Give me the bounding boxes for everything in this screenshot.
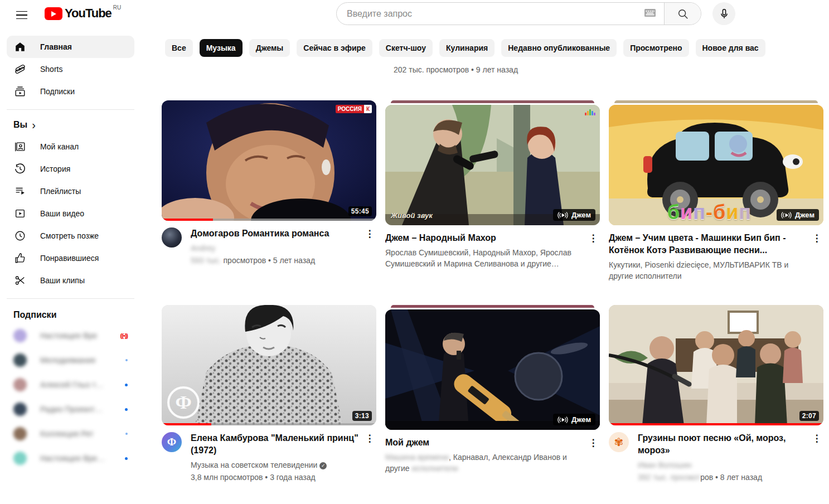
watch-progress-track [162,423,376,425]
kebab-menu-icon[interactable]: ⋮ [810,432,823,445]
channel-name: Коллекция Рет [40,429,106,438]
video-card: Живой звук Джем Джем – Народный Махор Яр… [385,100,600,282]
sidebar-item-shorts[interactable]: Shorts [7,58,134,80]
video-title[interactable]: Елена Камбурова "Маленький принц" (1972) [191,432,361,457]
watch-progress [609,423,823,425]
kebab-menu-icon[interactable]: ⋮ [586,437,600,450]
sidebar-item-label: Смотреть позже [40,231,99,240]
video-meta: 3,8 млн просмотров • 3 года назад [191,472,361,483]
subscription-channel[interactable]: Коллекция Рет [7,421,134,446]
filter-chip-bar: Все Музыка Джемы Сейчас в эфире Скетч-шо… [165,39,829,57]
sidebar-item-playlists[interactable]: Плейлисты [7,180,134,202]
video-title[interactable]: Домогаров Романтика романса [191,227,361,240]
chip-watched[interactable]: Просмотрено [623,39,689,57]
thumbs-up-icon [13,251,27,265]
chip-jams[interactable]: Джемы [249,39,290,57]
watch-progress [162,219,213,221]
chip-sketch[interactable]: Скетч-шоу [379,39,433,57]
sidebar: Главная Shorts Подписки Вы › Мой канал И… [0,31,141,504]
video-title[interactable]: Джем – Народный Махор [385,232,584,244]
verified-badge-icon [319,462,327,469]
sidebar-item-liked-videos[interactable]: Понравившиеся [7,247,134,269]
sidebar-item-label: Плейлисты [40,187,81,196]
sidebar-item-my-channel[interactable]: Мой канал [7,135,134,158]
channel-name[interactable]: Andrey [191,244,215,253]
duration-badge: 55:45 [348,206,372,216]
video-card: 2:07 ✾ Грузины поют песню «Ой, мороз, мо… [609,305,823,483]
watch-progress-track [162,219,376,221]
youtube-logo[interactable]: YouTube RU [45,6,121,21]
chip-live[interactable]: Сейчас в эфире [297,39,372,57]
sidebar-item-watch-later[interactable]: Смотреть позже [7,225,134,247]
subscription-channel[interactable]: Мелодиямания [7,348,134,372]
channel-logo-icon [585,109,595,115]
sidebar-item-subscriptions[interactable]: Подписки [7,80,134,103]
hamburger-menu-icon[interactable] [13,7,30,23]
subscription-channel[interactable]: Алексей Глыз т… [7,372,134,397]
home-icon [13,40,27,54]
subscription-channel[interactable]: Настоящее Вре… [7,446,134,471]
search-button[interactable] [664,3,701,25]
kebab-menu-icon[interactable]: ⋮ [810,232,823,245]
masthead: YouTube RU [0,0,829,31]
kebab-menu-icon[interactable]: ⋮ [363,227,376,241]
video-title[interactable]: Мой джем [385,437,584,449]
notification-dot [125,433,128,435]
live-icon: ((•)) [120,332,128,339]
you-label: Вы [13,120,27,130]
video-thumbnail[interactable]: Живой звук Джем [385,105,600,225]
video-thumbnail[interactable]: 2:07 [609,305,823,425]
channel-avatar [13,452,27,465]
watch-later-icon [13,229,27,243]
thumbnail-art [385,309,600,430]
voice-search-button[interactable] [712,2,735,25]
channel-avatar[interactable]: Ф [162,432,182,452]
kebab-menu-icon[interactable]: ⋮ [586,232,600,245]
channel-name[interactable]: Музыка на советском телевидении [191,461,317,469]
chip-cooking[interactable]: Кулинария [439,39,495,57]
keyboard-icon[interactable] [644,8,656,20]
channel-avatar[interactable] [162,227,182,248]
channel-avatar[interactable]: ✾ [609,432,629,452]
sidebar-item-your-clips[interactable]: Ваши клипы [7,269,134,292]
mix-badge: Джем [553,414,595,425]
youtube-play-icon [45,7,62,20]
broadcaster-logo: РОССИЯК [336,105,372,113]
duration-badge: 2:07 [799,411,819,421]
search-input[interactable] [347,9,639,19]
sidebar-item-your-videos[interactable]: Ваши видео [7,202,134,225]
chip-new-to-you[interactable]: Новое для вас [696,39,765,57]
tv-logo-watermark: Ф [167,386,200,419]
video-meta: 392 тыс. просмотров • 8 лет назад [638,472,808,483]
subscriptions-header: Подписки [7,306,134,323]
video-thumbnail[interactable]: РОССИЯК 55:45 [162,100,376,221]
playlists-icon [13,185,27,198]
channel-name: Настоящее Вре… [40,454,106,463]
video-thumbnail[interactable]: бип-бип Джем [609,105,823,225]
thumbnail-art [609,305,823,425]
video-title[interactable]: Грузины поют песню «Ой, мороз, мороз» [638,432,808,457]
video-thumbnail[interactable]: Ф 3:13 [162,305,376,425]
mix-play-icon [557,211,568,219]
sidebar-divider [7,109,134,110]
channel-name: Алексей Глыз т… [40,380,106,389]
video-title[interactable]: Джем – Учим цвета - Машинки Бип бип - Ко… [609,232,808,256]
chip-music[interactable]: Музыка [200,39,243,57]
sidebar-you-section[interactable]: Вы › [7,117,134,135]
chevron-right-icon: › [32,121,36,129]
sidebar-item-label: Понравившиеся [40,254,99,263]
channel-name[interactable]: Иван Волошин [638,461,691,469]
kebab-menu-icon[interactable]: ⋮ [363,432,376,445]
chip-all[interactable]: Все [165,39,193,57]
thumbnail-art [385,105,600,225]
subscription-channel[interactable]: Радио Проекнт… [7,397,134,421]
sidebar-item-home[interactable]: Главная [7,36,134,58]
chip-recently-uploaded[interactable]: Недавно опубликованные [501,39,617,57]
video-thumbnail[interactable]: Джем [385,309,600,430]
channel-name: Настоящее Вре [40,331,106,340]
duration-badge: 3:13 [352,411,372,421]
mix-stack-edge [391,100,594,103]
sidebar-item-history[interactable]: История [7,158,134,180]
subscription-channel[interactable]: Настоящее Вре ((•)) [7,323,134,348]
notification-dot [125,384,128,386]
